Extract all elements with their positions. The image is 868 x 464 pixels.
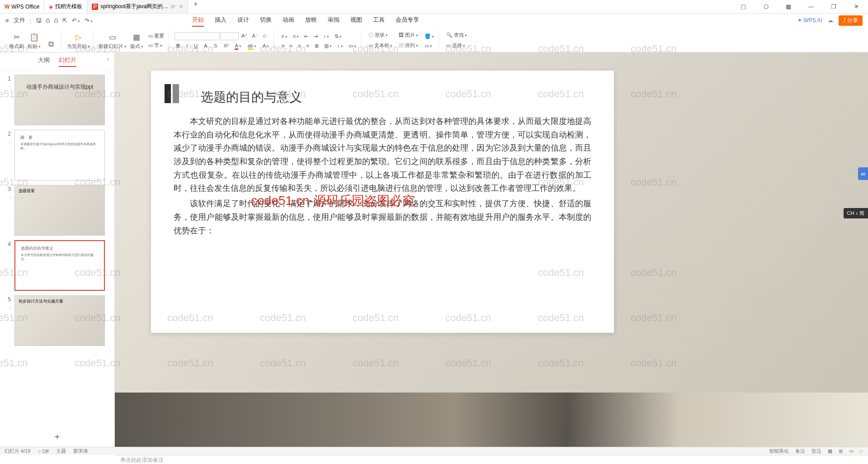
columns-icon[interactable]: ▥▾ (322, 42, 334, 50)
find-button[interactable]: 🔍 查找▾ (444, 31, 469, 39)
float-lang-badge[interactable]: CH ♪ 简 (844, 208, 868, 218)
share-button[interactable]: ⤴ 分享 (839, 15, 863, 26)
tab-transition[interactable]: 切换 (260, 14, 272, 27)
font-color-icon[interactable]: A▾ (233, 42, 243, 50)
indent-right-icon[interactable]: ⇥ (312, 33, 320, 40)
comments-toggle[interactable]: 批注 (811, 448, 821, 455)
view-slideshow-icon[interactable]: ▷ (860, 448, 863, 454)
status-font[interactable]: 新宋体 (73, 448, 88, 455)
tab-animation[interactable]: 动画 (283, 14, 294, 27)
increase-font-icon[interactable]: A⁺ (240, 32, 249, 40)
panel-tab-outline[interactable]: 大纲 (38, 56, 50, 67)
cube-icon[interactable]: ⬡ (758, 3, 774, 10)
slide-body[interactable]: 本文研究的目标是通过对各种功能单元进行最优的整合，从而达到对各种管理的具体要求，… (174, 115, 591, 237)
text-effect-icon[interactable]: A▾ (261, 42, 271, 50)
align-left-icon[interactable]: ≡ (279, 42, 286, 50)
panel-collapse-icon[interactable]: ‹ (107, 56, 109, 62)
tab-start[interactable]: 开始 (192, 14, 204, 27)
thumbnail-2[interactable]: 摘 要本课题研究基于Springboot技术开发的动漫手办商城系统... (14, 130, 105, 180)
menu-hamburger-icon[interactable]: ≡ (5, 17, 9, 24)
close-button[interactable]: ✕ (848, 3, 864, 10)
picture-button[interactable]: 🖼 图片▾ (397, 31, 420, 39)
fill-icon[interactable]: 🪣▾ (423, 33, 436, 40)
distribute-icon[interactable]: ⊞ (313, 42, 321, 50)
grid-icon[interactable]: ▦ (780, 3, 797, 10)
reset-button[interactable]: ▭ 重置 (146, 32, 166, 40)
thumbnail-5[interactable]: 初步设计方法与实施方案 (14, 295, 105, 346)
notes-toggle[interactable]: 备注 (795, 448, 805, 455)
clear-format-icon[interactable]: ◇ (261, 32, 268, 40)
star-icon[interactable]: ☆ (2, 85, 14, 90)
file-menu[interactable]: 文件 (14, 16, 25, 24)
numbering-icon[interactable]: ≡▾ (291, 33, 301, 40)
status-theme[interactable]: 主题 (56, 448, 66, 455)
export-icon[interactable]: ⇱ (62, 17, 67, 24)
box-icon[interactable]: ▢ (735, 3, 751, 10)
bullets-icon[interactable]: ≡▾ (279, 33, 289, 40)
view-sorter-icon[interactable]: ⊞ (839, 448, 843, 454)
decrease-font-icon[interactable]: A⁻ (250, 32, 259, 40)
textbox-button[interactable]: ▭ 文本框▾ (367, 41, 394, 50)
star-icon[interactable]: ☆ (2, 195, 14, 200)
tab-view[interactable]: 视图 (350, 14, 362, 27)
current-slide[interactable]: 选题的目的与意义 本文研究的目标是通过对各种功能单元进行最优的整合，从而达到对各… (151, 71, 614, 333)
redo-icon[interactable]: ↷▾ (85, 17, 93, 24)
font-family-select[interactable] (175, 32, 220, 40)
cloud-icon[interactable]: ☁ (828, 17, 833, 24)
text-direction-icon[interactable]: ⇅▾ (333, 33, 344, 40)
tab-close-icon[interactable]: ✕ (179, 4, 183, 9)
print-preview-icon[interactable]: ⎙ (54, 17, 58, 24)
save-icon[interactable]: 🖫 (36, 17, 42, 24)
layout-button[interactable]: ▦版式▾ (129, 33, 144, 50)
thumbnail-1[interactable]: 动漫手办商城设计与实现ppt (14, 75, 105, 125)
paste-button[interactable]: 📋粘贴▾ (27, 33, 41, 50)
tab-slideshow[interactable]: 放映 (305, 14, 317, 27)
view-normal-icon[interactable]: ▦ (828, 448, 832, 454)
indent-left-icon[interactable]: ⇤ (302, 33, 310, 40)
star-icon[interactable]: ☆ (2, 140, 14, 145)
underline-icon[interactable]: U (192, 42, 199, 50)
tab-review[interactable]: 审阅 (328, 14, 340, 27)
slide-heading[interactable]: 选题的目的与意义 (201, 89, 591, 106)
tab-document[interactable]: P springboot基于java网页的… ⟳ ✕ (87, 0, 188, 13)
tab-sync-icon[interactable]: ⟳ (171, 4, 175, 10)
outline-icon[interactable]: ▭▾ (423, 42, 436, 50)
font-size-select[interactable] (221, 32, 239, 40)
highlight-icon[interactable]: ab▾ (246, 42, 258, 50)
thumbnail-3[interactable]: 选题背景 (14, 185, 105, 236)
tab-member[interactable]: 会员专享 (396, 14, 419, 27)
minimize-button[interactable]: — (803, 3, 819, 10)
tab-home[interactable]: W WPS Office (0, 0, 44, 13)
view-reading-icon[interactable]: ▭ (849, 448, 854, 454)
star-icon[interactable]: ☆ (2, 250, 14, 255)
strikethrough-icon[interactable]: S (212, 42, 219, 50)
wps-ai-button[interactable]: ✦ WPS AI (797, 17, 822, 24)
line-spacing-icon[interactable]: ↕▾ (321, 33, 331, 40)
copy-icon[interactable]: ⧉ (44, 40, 58, 50)
thumbnail-4[interactable]: 选题的目的与意义本文研究的目标是通过对各种功能单元进行最优的整合... (14, 240, 105, 291)
direction-icon[interactable]: ↕▾ (335, 42, 345, 50)
tab-tools[interactable]: 工具 (373, 14, 385, 27)
new-slide-button[interactable]: ▭新建幻灯片▾ (99, 33, 127, 50)
notes-bar[interactable]: 单击此处添加备注 (115, 455, 868, 464)
panel-tab-slides[interactable]: 幻灯片 (59, 56, 76, 67)
convert-icon[interactable]: ▭▾ (347, 42, 358, 50)
strike-icon[interactable]: A̶ (202, 42, 209, 50)
superscript-icon[interactable]: X² (222, 42, 230, 50)
bold-icon[interactable]: B (175, 42, 182, 50)
add-slide-button[interactable]: + (0, 427, 114, 447)
align-justify-icon[interactable]: ≡ (305, 42, 311, 50)
section-button[interactable]: ▭ 节▾ (146, 41, 166, 50)
from-current-button[interactable]: ▷当页开始▾ (67, 33, 90, 50)
star-icon[interactable]: ☆ (2, 305, 14, 310)
tab-insert[interactable]: 插入 (215, 14, 226, 27)
italic-icon[interactable]: I (184, 42, 189, 50)
print-icon[interactable]: ⎙ (46, 17, 50, 24)
shape-button[interactable]: ◇ 形状▾ (367, 31, 394, 39)
arrange-button[interactable]: ▧ 排列▾ (397, 41, 420, 50)
align-center-icon[interactable]: ≡ (288, 42, 294, 50)
maximize-button[interactable]: ❐ (826, 3, 842, 10)
tab-design[interactable]: 设计 (237, 14, 249, 27)
format-painter-button[interactable]: ✂格式刷 (9, 33, 24, 50)
tab-template[interactable]: ◈ 找稻壳模板 (44, 0, 87, 13)
